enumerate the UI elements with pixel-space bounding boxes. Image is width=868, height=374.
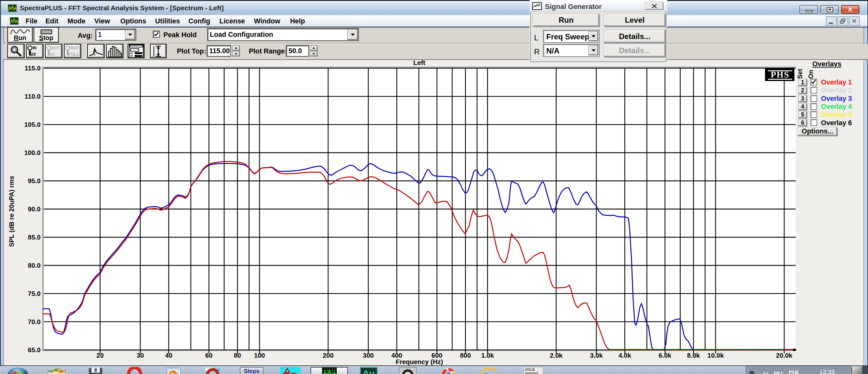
- svg-text:105.0: 105.0: [24, 121, 41, 128]
- svg-text:2X: 2X: [50, 52, 55, 57]
- svg-text:90.0: 90.0: [28, 205, 41, 212]
- svg-text:60: 60: [205, 352, 213, 359]
- svg-text:FC: FC: [283, 371, 298, 374]
- svg-text:2X: 2X: [31, 52, 36, 57]
- svg-text:110.0: 110.0: [25, 92, 41, 100]
- svg-text:OUT: OUT: [70, 46, 79, 50]
- svg-text:FULL: FULL: [68, 52, 79, 57]
- svg-text:65.0: 65.0: [28, 346, 41, 353]
- svg-text:300: 300: [363, 352, 374, 359]
- svg-text:8.0k: 8.0k: [687, 352, 700, 359]
- svg-text:4.0k: 4.0k: [619, 352, 631, 359]
- svg-text:95.0: 95.0: [28, 177, 41, 184]
- svg-text:PHS: PHS: [771, 70, 789, 79]
- svg-text:70.0: 70.0: [28, 318, 41, 325]
- svg-text:6.0k: 6.0k: [658, 352, 671, 359]
- svg-text:85.0: 85.0: [28, 233, 41, 241]
- svg-text:40: 40: [165, 352, 173, 359]
- svg-text:100: 100: [254, 352, 265, 359]
- svg-text:Au: Au: [363, 369, 374, 374]
- svg-text:Left: Left: [413, 59, 425, 66]
- svg-text:200: 200: [323, 352, 334, 359]
- svg-text:30: 30: [136, 352, 144, 359]
- svg-text:80: 80: [234, 352, 241, 359]
- svg-text:3.0k: 3.0k: [590, 352, 603, 359]
- svg-text:115.0: 115.0: [25, 64, 41, 72]
- svg-text:20: 20: [97, 352, 104, 359]
- svg-text:1.0k: 1.0k: [481, 352, 494, 359]
- svg-text:OUT: OUT: [52, 46, 60, 50]
- svg-text:Frequency (Hz): Frequency (Hz): [396, 358, 443, 365]
- svg-text:2.0k: 2.0k: [550, 352, 563, 359]
- svg-text:10.0k: 10.0k: [708, 352, 724, 359]
- svg-text:20.0k: 20.0k: [776, 352, 793, 359]
- svg-text:800: 800: [460, 352, 471, 359]
- svg-text:100.0: 100.0: [24, 149, 41, 156]
- svg-text:80.0: 80.0: [28, 262, 41, 269]
- svg-text:75.0: 75.0: [28, 290, 41, 297]
- svg-text:IN: IN: [33, 46, 36, 50]
- svg-text:SPL (dB re 20uPA) rms: SPL (dB re 20uPA) rms: [8, 176, 15, 247]
